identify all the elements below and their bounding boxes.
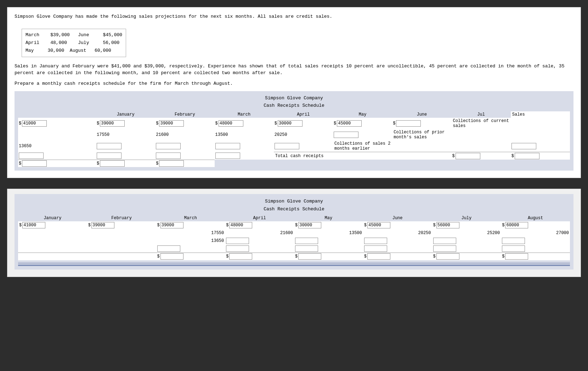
b-may-sales-input[interactable]: [298, 222, 321, 228]
b-aug-sales-input[interactable]: [505, 222, 528, 228]
jul-total-cell: $: [155, 160, 214, 167]
b-aug-cc-val: 27000: [502, 231, 569, 236]
jun-total-cell: $: [96, 160, 155, 167]
b-may-cp: [294, 237, 363, 245]
b-jul-total-input[interactable]: [436, 253, 459, 260]
bottom-title-line1: Simpson Glove Company: [18, 198, 570, 205]
jun-total-input[interactable]: [100, 160, 125, 167]
b-jan-c2: [18, 245, 87, 253]
apr-c2-input[interactable]: [19, 153, 44, 159]
feb-cc-cell: [18, 129, 96, 140]
b-feb-sales: $: [87, 221, 156, 229]
feb-total-cell: [392, 152, 451, 160]
b-mar-c2-input[interactable]: [157, 245, 180, 252]
prepare-text: Prepare a monthly cash receipts schedule…: [15, 81, 573, 86]
b-may-total-input[interactable]: [298, 253, 321, 260]
apr-sales-cell: $: [215, 118, 274, 129]
august-label: August: [70, 48, 86, 53]
apr-cc-value: 21600: [156, 132, 169, 137]
jun-cc-value: 20250: [275, 132, 288, 137]
may-c2-input[interactable]: [97, 153, 121, 159]
b-apr-sales-input[interactable]: [229, 222, 252, 228]
b-aug-c2-input[interactable]: [502, 245, 525, 252]
july-label: July: [78, 40, 89, 45]
jul-cp-input[interactable]: [275, 143, 299, 149]
apr-total-cell: $: [511, 152, 570, 160]
jan-cp-cell: [452, 129, 511, 140]
bottom-schedule: Simpson Glove Company Cash Receipts Sche…: [15, 194, 573, 269]
total-label: Total cash receipts: [274, 152, 333, 160]
b-apr-cp-input[interactable]: [226, 238, 249, 244]
b-mar-total-input[interactable]: [160, 253, 183, 260]
schedule-grid: January February March April May June Ju…: [18, 111, 570, 167]
apr-cc-cell: 21600: [155, 129, 214, 140]
may-sales-input[interactable]: [278, 120, 303, 127]
b-apr-sales: $: [225, 221, 294, 229]
b-jun-c2-input[interactable]: [364, 245, 387, 252]
bottom-panel: Simpson Glove Company Cash Receipts Sche…: [7, 189, 581, 277]
mar-c2-cell: [511, 140, 570, 152]
jun-c2-input[interactable]: [156, 153, 181, 159]
may-cp-cell: [155, 140, 214, 152]
b-jan-sales-input[interactable]: [22, 222, 45, 228]
b-jan-sales: $: [18, 221, 87, 229]
b-jul-sales: $: [432, 221, 501, 229]
may-cp-input[interactable]: [156, 143, 181, 149]
bottom-border-2: [18, 265, 570, 266]
b-apr-c2-input[interactable]: [226, 245, 249, 252]
may-cc-cell: 13500: [215, 129, 274, 140]
june-label: June: [78, 32, 89, 38]
b-jul-c2-input[interactable]: [433, 245, 456, 252]
header-july: Jul: [452, 111, 511, 118]
apr-total-input[interactable]: [515, 153, 539, 159]
bottom-title-line2: Cash Receipts Schedule: [18, 205, 570, 213]
b-may-total: $: [294, 253, 363, 260]
b-jun-sales-input[interactable]: [367, 222, 390, 228]
b-feb-sales-input[interactable]: [91, 222, 114, 228]
b-mar-sales-input[interactable]: [160, 222, 183, 228]
jan-sales-input[interactable]: [22, 120, 47, 127]
jul-sales-input[interactable]: [396, 120, 421, 127]
jul-cc-input[interactable]: [334, 132, 358, 138]
header-label-col: [18, 111, 96, 118]
b-jun-cp: [363, 237, 432, 245]
b-may-c2: [294, 245, 363, 253]
b-aug-total: $: [501, 253, 570, 260]
collections-prior-label: Collections of prior month's sales: [392, 129, 451, 140]
b-apr-total-input[interactable]: [229, 253, 252, 260]
b-feb-cp: [87, 237, 156, 245]
jul-total-input[interactable]: [159, 160, 184, 167]
jun-sales-cell: $: [333, 118, 392, 129]
b-jun-total-input[interactable]: [367, 253, 390, 260]
b-aug-total-input[interactable]: [505, 253, 528, 260]
b-jul-cc: 25200: [432, 229, 501, 237]
description-text: Sales in January and February were $41,0…: [15, 63, 573, 77]
header-june: June: [392, 111, 451, 118]
b-apr-c2: [225, 245, 294, 253]
b-jul-cp-input[interactable]: [433, 238, 456, 244]
b-may-c2-input[interactable]: [295, 245, 318, 252]
collections-2mo-label: Collections of sales 2 months earlier: [333, 140, 392, 152]
apr-sales-input[interactable]: [219, 120, 243, 127]
b-jun-cc-val: 20250: [364, 231, 431, 236]
july-amount: 56,000: [103, 40, 120, 45]
b-aug-cp-input[interactable]: [502, 238, 525, 244]
sales-row-2: April 48,000 July 56,000: [26, 39, 122, 47]
mar-cp-cell: 13650: [18, 140, 96, 152]
jun-sales-input[interactable]: [337, 120, 362, 127]
jun-cp-input[interactable]: [215, 143, 240, 149]
apr-cp-input[interactable]: [97, 143, 121, 149]
b-jun-cp-input[interactable]: [364, 238, 387, 244]
august-amount: 60,000: [95, 48, 111, 53]
b-aug-cc: 27000: [501, 229, 570, 237]
jul-c2-input[interactable]: [215, 153, 240, 159]
mar-c2-input[interactable]: [511, 143, 536, 149]
schedule-title: Simpson Glove Company Cash Receipts Sche…: [18, 95, 570, 110]
feb-sales-input[interactable]: [100, 120, 125, 127]
header-march: March: [215, 111, 274, 118]
b-jul-sales-input[interactable]: [436, 222, 459, 228]
may-total-input[interactable]: [22, 160, 47, 167]
b-may-cp-input[interactable]: [295, 238, 318, 244]
mar-sales-input[interactable]: [159, 120, 184, 127]
mar-total-input[interactable]: [456, 153, 480, 159]
